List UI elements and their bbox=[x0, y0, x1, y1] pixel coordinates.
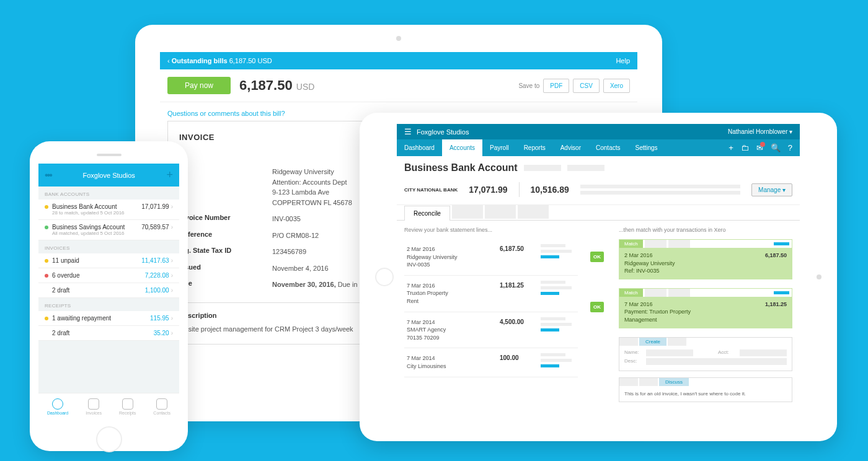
nav-accounts[interactable]: Accounts bbox=[442, 139, 482, 156]
list-item[interactable]: 6 overdue 7,228.08 › bbox=[38, 268, 179, 283]
tab-placeholder[interactable] bbox=[518, 205, 549, 219]
tab-receipts[interactable]: Receipts bbox=[119, 398, 136, 415]
phone-title: Foxglove Studios bbox=[82, 172, 135, 179]
chevron-right-icon: › bbox=[171, 330, 173, 336]
ok-button[interactable]: OK bbox=[590, 252, 604, 262]
item-value: 35.20 bbox=[154, 330, 169, 336]
tax-value: 123456789 bbox=[272, 247, 306, 257]
chevron-right-icon: › bbox=[171, 224, 173, 230]
manage-button[interactable]: Manage ▾ bbox=[751, 183, 792, 196]
phone-topbar: ••• Foxglove Studios + bbox=[38, 164, 179, 187]
tab-placeholder[interactable] bbox=[452, 205, 483, 219]
statement-amount: 100.00 bbox=[500, 354, 519, 361]
list-item[interactable]: Business Savings Account All matched, up… bbox=[38, 220, 179, 240]
match-label: Match bbox=[619, 289, 643, 297]
invoice-action-bar: Pay now 6,187.50 USD Save to PDF CSV Xer… bbox=[160, 69, 637, 102]
nav-advisor[interactable]: Advisor bbox=[553, 139, 588, 156]
create-box[interactable]: Create Name:Acct: Desc: bbox=[619, 337, 792, 371]
add-icon[interactable]: + bbox=[166, 169, 173, 182]
phone-tabbar: Dashboard Invoices Receipts Contacts bbox=[38, 393, 179, 420]
chevron-right-icon: › bbox=[171, 315, 173, 322]
menu-icon[interactable]: ☰ bbox=[404, 127, 412, 136]
to-label: To bbox=[179, 167, 272, 208]
breadcrumb-link[interactable]: ‹ Outstanding bills 6,187.50 USD bbox=[167, 57, 272, 64]
save-xero-button[interactable]: Xero bbox=[603, 79, 630, 93]
list-item[interactable]: 11 unpaid 11,417.63 › bbox=[38, 253, 179, 268]
discuss-box[interactable]: Discuss This is for an old invoice, I wa… bbox=[619, 377, 792, 402]
list-item[interactable]: 1 awaiting repayment 115.95 › bbox=[38, 311, 179, 326]
nav-payroll[interactable]: Payroll bbox=[482, 139, 516, 156]
match-suggestion[interactable]: Match 7 Mar 2016 Payment: Truxton Proper… bbox=[619, 288, 792, 328]
plus-icon[interactable]: + bbox=[728, 143, 733, 152]
notifications-icon[interactable]: ✉ bbox=[756, 143, 763, 152]
statement-line[interactable]: 7 Mar 2014 City Limousines 100.00 bbox=[404, 348, 578, 377]
tab-placeholder[interactable] bbox=[485, 205, 516, 219]
camera-dot bbox=[817, 274, 822, 279]
statement-line[interactable]: 7 Mar 2016 Truxton Property Rent 1,181.2… bbox=[404, 276, 578, 312]
invnum-value: INV-0035 bbox=[272, 214, 301, 224]
balances-bar: CITY NATIONAL BANK 17,071.99 10,516.89 M… bbox=[397, 180, 800, 205]
receipts-icon bbox=[122, 398, 133, 410]
nav-settings[interactable]: Settings bbox=[627, 139, 665, 156]
status-dot-icon bbox=[45, 259, 48, 263]
create-tab: Create bbox=[639, 338, 666, 346]
more-icon[interactable]: ••• bbox=[45, 170, 51, 181]
item-name: Business Bank Account bbox=[52, 203, 125, 210]
tab-dashboard[interactable]: Dashboard bbox=[47, 398, 68, 415]
phone-device: ••• Foxglove Studios + BANK ACCOUNTS Bus… bbox=[30, 141, 188, 451]
item-value: 70,589.57 bbox=[141, 224, 169, 230]
xero-balance: 10,516.89 bbox=[531, 185, 569, 195]
statement-line[interactable]: 2 Mar 2016 Ridgeway University INV-0035 … bbox=[404, 239, 578, 276]
chevron-right-icon: › bbox=[171, 257, 173, 264]
tab-contacts[interactable]: Contacts bbox=[153, 398, 170, 415]
chevron-right-icon: › bbox=[171, 203, 173, 210]
help-link[interactable]: Help bbox=[616, 57, 630, 64]
tab-invoices[interactable]: Invoices bbox=[86, 398, 102, 415]
match-suggestion[interactable]: Match 2 Mar 2016 Ridgeway University Ref… bbox=[619, 239, 792, 279]
page-title: Business Bank Account bbox=[404, 162, 518, 173]
bank-logo: CITY NATIONAL BANK bbox=[404, 187, 458, 193]
statement-balance: 17,071.99 bbox=[469, 185, 507, 195]
statement-hint: Review your bank statement lines... bbox=[404, 227, 578, 233]
org-name[interactable]: Foxglove Studios bbox=[417, 128, 469, 136]
save-csv-button[interactable]: CSV bbox=[573, 79, 600, 93]
invoice-breadcrumb-bar: ‹ Outstanding bills 6,187.50 USD Help bbox=[160, 52, 637, 69]
user-menu[interactable]: Nathaniel Hornblower ▾ bbox=[728, 128, 792, 135]
statement-column: Review your bank statement lines... 2 Ma… bbox=[404, 227, 578, 402]
tab-reconcile[interactable]: Reconcile bbox=[404, 206, 450, 221]
xero-hint: ...then match with your transactions in … bbox=[619, 227, 792, 233]
section-invoices-label: INVOICES bbox=[38, 240, 179, 253]
ok-button[interactable]: OK bbox=[590, 302, 604, 312]
statement-amount: 6,187.50 bbox=[500, 245, 524, 252]
nav-contacts[interactable]: Contacts bbox=[588, 139, 627, 156]
item-name: 6 overdue bbox=[52, 272, 79, 279]
help-icon[interactable]: ? bbox=[788, 143, 792, 152]
status-dot-icon bbox=[45, 274, 48, 278]
page-header: Business Bank Account bbox=[397, 156, 800, 180]
search-icon[interactable]: 🔍 bbox=[771, 143, 781, 152]
item-value: 17,071.99 bbox=[141, 203, 169, 210]
main-nav: Dashboard Accounts Payroll Reports Advis… bbox=[397, 139, 800, 156]
item-name: 11 unpaid bbox=[52, 257, 79, 264]
tax-label: e.g. State Tax ID bbox=[179, 247, 272, 257]
pay-now-button[interactable]: Pay now bbox=[167, 77, 231, 94]
statement-line[interactable]: 7 Mar 2014 SMART Agency 70135 70209 4,50… bbox=[404, 312, 578, 349]
files-icon[interactable]: 🗀 bbox=[741, 143, 749, 152]
reconcile-area: Review your bank statement lines... 2 Ma… bbox=[397, 221, 800, 408]
status-dot-icon bbox=[45, 205, 48, 209]
issued-label: Issued bbox=[179, 263, 272, 274]
list-item[interactable]: 2 draft 1,100.00 › bbox=[38, 283, 179, 298]
save-pdf-button[interactable]: PDF bbox=[543, 79, 569, 93]
chevron-right-icon: › bbox=[171, 272, 173, 279]
home-button-icon bbox=[96, 426, 122, 452]
item-name: 2 draft bbox=[52, 287, 69, 294]
due-label: Due bbox=[179, 279, 272, 290]
save-to-group: Save to PDF CSV Xero bbox=[518, 79, 630, 93]
statement-amount: 1,181.25 bbox=[500, 282, 524, 289]
list-item[interactable]: Business Bank Account 28 to match, updat… bbox=[38, 200, 179, 220]
nav-dashboard[interactable]: Dashboard bbox=[397, 139, 442, 156]
camera-dot bbox=[396, 36, 401, 41]
nav-reports[interactable]: Reports bbox=[516, 139, 553, 156]
invoices-icon bbox=[88, 398, 99, 410]
list-item[interactable]: 2 draft 35.20 › bbox=[38, 326, 179, 341]
